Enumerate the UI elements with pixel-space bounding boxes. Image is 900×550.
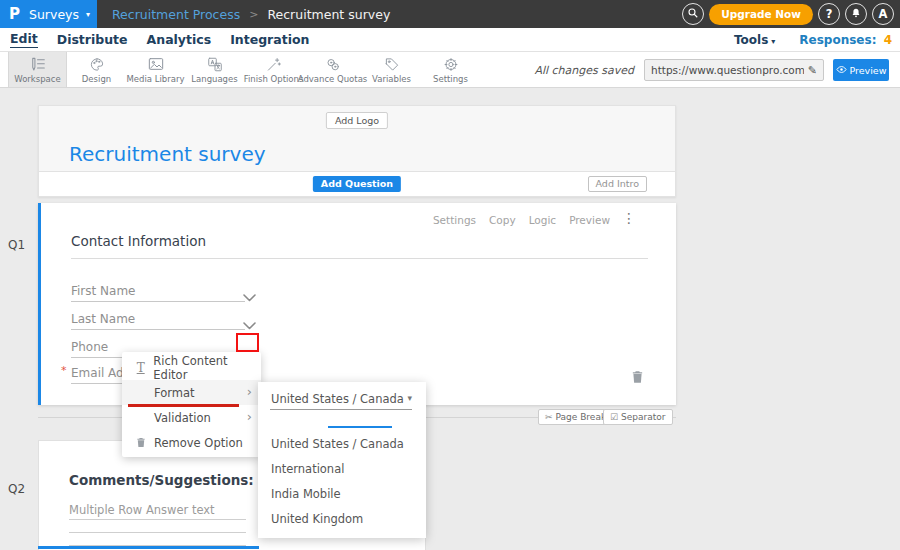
design-icon bbox=[89, 56, 105, 72]
question-number-q1: Q1 bbox=[8, 238, 25, 252]
survey-url: https://www.questionpro.com/t/APNrFZ bbox=[651, 64, 804, 76]
editor-toolbar: Workspace Design Media Library Languages… bbox=[0, 52, 900, 88]
toolbar-item-finish-options[interactable]: Finish Options bbox=[244, 52, 303, 87]
chevron-right-icon: › bbox=[247, 384, 252, 399]
menu-item-format[interactable]: Format › bbox=[122, 380, 261, 405]
search-button[interactable] bbox=[682, 3, 704, 25]
more-options-icon[interactable]: ⋮ bbox=[622, 210, 636, 226]
survey-url-field[interactable]: https://www.questionpro.com/t/APNrFZ ✎ bbox=[644, 59, 824, 81]
languages-icon bbox=[207, 56, 223, 72]
account-avatar[interactable]: A bbox=[872, 3, 894, 25]
page-break-button[interactable]: ✂ Page Break bbox=[538, 409, 613, 425]
chevron-down-icon[interactable] bbox=[243, 315, 256, 334]
notifications-button[interactable] bbox=[845, 3, 867, 25]
answer-row-underline bbox=[69, 532, 246, 533]
field-underline bbox=[71, 329, 245, 330]
tab-integration[interactable]: Integration bbox=[230, 32, 309, 48]
phone-format-submenu: United States / Canada ▾ United States /… bbox=[258, 382, 426, 538]
format-option-international[interactable]: International bbox=[271, 462, 344, 476]
upgrade-now-button[interactable]: Upgrade Now bbox=[709, 4, 813, 25]
question-title-underline bbox=[71, 258, 648, 259]
chevron-down-icon: ▾ bbox=[86, 10, 90, 19]
field-underline bbox=[71, 301, 245, 302]
toolbar-item-media-library[interactable]: Media Library bbox=[126, 52, 185, 87]
product-menu-label: Surveys bbox=[29, 7, 79, 22]
annotation-underline bbox=[128, 404, 239, 407]
advance-quotas-icon bbox=[325, 56, 341, 72]
add-question-button[interactable]: Add Question bbox=[313, 176, 401, 192]
annotation-highlight-box bbox=[236, 333, 259, 352]
preview-button[interactable]: Preview bbox=[833, 59, 889, 81]
tab-analytics[interactable]: Analytics bbox=[147, 32, 212, 48]
required-asterisk: * bbox=[61, 364, 67, 377]
avatar-initial: A bbox=[879, 7, 888, 21]
save-status: All changes saved bbox=[534, 64, 634, 77]
toolbar-item-variables[interactable]: Variables bbox=[362, 52, 421, 87]
toolbar-item-advance-quotas[interactable]: Advance Quotas bbox=[303, 52, 362, 87]
format-option-india-mobile[interactable]: India Mobile bbox=[271, 487, 341, 501]
question-title[interactable]: Contact Information bbox=[71, 233, 206, 249]
toolbar-item-design[interactable]: Design bbox=[67, 52, 126, 87]
menu-item-remove-option[interactable]: Remove Option bbox=[122, 430, 261, 455]
variables-icon bbox=[384, 56, 400, 72]
breadcrumb-survey-name: Recruitment survey bbox=[267, 7, 390, 22]
toolbar-item-languages[interactable]: Languages bbox=[185, 52, 244, 87]
question-number-q2: Q2 bbox=[8, 482, 25, 496]
rich-text-icon: T bbox=[132, 361, 149, 375]
nav-right: Tools▾ Responses: 4 bbox=[734, 28, 892, 52]
toolbar-item-settings[interactable]: Settings bbox=[421, 52, 480, 87]
chevron-right-icon: › bbox=[247, 409, 252, 424]
responses-count: 4 bbox=[884, 33, 892, 47]
format-option-us-canada[interactable]: United States / Canada bbox=[271, 437, 404, 451]
surveys-product-menu[interactable]: P Surveys ▾ bbox=[0, 0, 97, 28]
breadcrumb-separator: > bbox=[249, 8, 258, 21]
chevron-down-icon[interactable]: ▾ bbox=[407, 393, 412, 403]
tools-menu[interactable]: Tools▾ bbox=[734, 33, 775, 47]
field-label-first-name[interactable]: First Name bbox=[71, 284, 135, 298]
question-logic-link[interactable]: Logic bbox=[529, 214, 556, 226]
chevron-down-icon: ▾ bbox=[771, 37, 775, 46]
field-label-last-name[interactable]: Last Name bbox=[71, 312, 135, 326]
breadcrumb-folder[interactable]: Recruitment Process bbox=[112, 7, 240, 22]
tab-edit[interactable]: Edit bbox=[10, 31, 38, 48]
menu-item-validation[interactable]: Validation › bbox=[122, 405, 261, 430]
toolbar-item-workspace[interactable]: Workspace bbox=[8, 52, 67, 87]
question-copy-link[interactable]: Copy bbox=[489, 214, 516, 226]
selected-question-indicator bbox=[38, 546, 259, 549]
separator-button[interactable]: ☑ Separator bbox=[603, 409, 673, 425]
tab-distribute[interactable]: Distribute bbox=[57, 32, 128, 48]
add-logo-button[interactable]: Add Logo bbox=[326, 112, 388, 129]
field-label-phone[interactable]: Phone bbox=[71, 340, 108, 354]
select-focus-indicator bbox=[328, 426, 392, 428]
answer-row-underline bbox=[69, 519, 246, 520]
delete-question-icon[interactable] bbox=[631, 369, 644, 388]
question-settings-link[interactable]: Settings bbox=[433, 214, 476, 226]
eye-icon bbox=[836, 65, 847, 76]
answer-placeholder[interactable]: Multiple Row Answer text bbox=[69, 503, 215, 517]
search-icon bbox=[687, 7, 699, 22]
question-actions: Settings Copy Logic Preview bbox=[433, 214, 610, 226]
survey-canvas: Add Logo Recruitment survey Add Question… bbox=[0, 88, 900, 550]
bell-icon bbox=[850, 7, 862, 22]
format-option-united-kingdom[interactable]: United Kingdom bbox=[271, 512, 363, 526]
separator-icon: ☑ bbox=[610, 412, 618, 422]
responses-label: Responses: bbox=[799, 33, 876, 47]
question-preview-link[interactable]: Preview bbox=[569, 214, 610, 226]
media-library-icon bbox=[148, 56, 164, 72]
question-title[interactable]: Comments/Suggestions: bbox=[69, 472, 254, 488]
menu-item-rich-content-editor[interactable]: T Rich Content Editor bbox=[122, 355, 261, 380]
format-select[interactable]: United States / Canada bbox=[271, 392, 404, 406]
add-intro-button[interactable]: Add Intro bbox=[588, 176, 647, 192]
select-underline bbox=[270, 409, 412, 410]
help-button[interactable]: ? bbox=[818, 3, 840, 25]
responses-link[interactable]: Responses: 4 bbox=[799, 33, 892, 47]
questionpro-survey-editor: P Surveys ▾ Recruitment Process > Recrui… bbox=[0, 0, 900, 550]
edit-url-icon[interactable]: ✎ bbox=[808, 64, 817, 77]
topbar: P Surveys ▾ Recruitment Process > Recrui… bbox=[0, 0, 900, 28]
finish-options-icon bbox=[266, 56, 282, 72]
survey-header-card: Add Logo Recruitment survey Add Question… bbox=[38, 105, 676, 197]
workspace-icon bbox=[29, 56, 46, 72]
chevron-down-icon[interactable] bbox=[243, 287, 256, 306]
toolbar-right: All changes saved https://www.questionpr… bbox=[534, 59, 889, 81]
survey-title[interactable]: Recruitment survey bbox=[69, 142, 266, 166]
